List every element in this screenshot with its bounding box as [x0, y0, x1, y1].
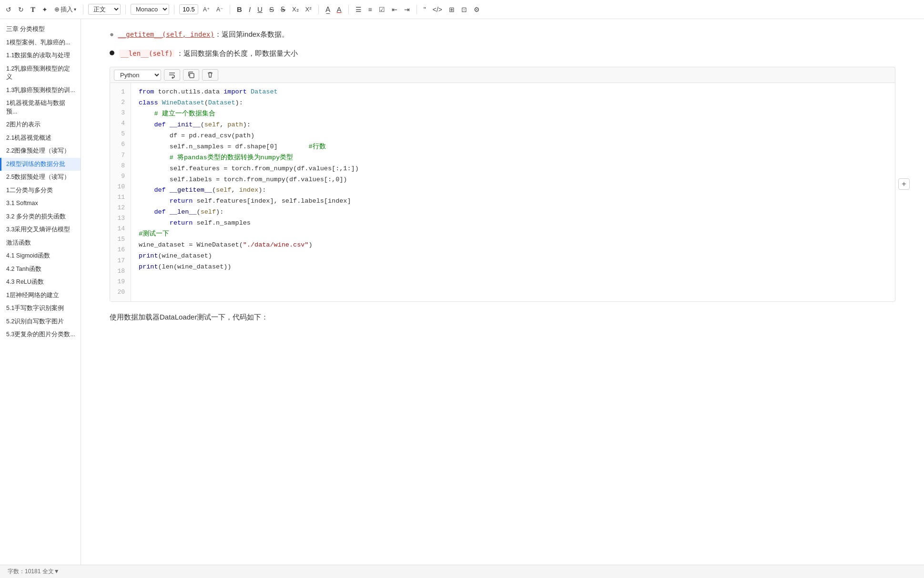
sidebar-item-10[interactable]: 2.5数据预处理（读写） [0, 171, 81, 184]
divider4 [230, 5, 230, 14]
strikethrough2-button[interactable]: S̶ [279, 4, 287, 15]
list-ordered-button[interactable]: ≡ [366, 5, 374, 14]
format-button[interactable]: 𝐓̈ [29, 4, 37, 15]
code-line-3: # 建立一个数据集合 [139, 109, 887, 120]
language-select[interactable]: Python JavaScript C++ [114, 70, 161, 81]
code-line-17: #测试一下 [139, 229, 887, 240]
font-dec-button[interactable]: A⁻ [214, 5, 225, 14]
main-layout: 三章 分类模型 1模型案例、乳腺癌的... 1.1数据集的读取与处理 1.2乳腺… [0, 19, 924, 565]
underline-button[interactable]: U [255, 4, 264, 14]
font-size-input[interactable] [179, 4, 198, 14]
italic-button[interactable]: I [247, 4, 253, 14]
divider3 [174, 5, 174, 14]
status-bar: 字数：10181 全文▼ [0, 565, 924, 578]
divider5 [318, 5, 319, 14]
bullet-len: __len__(self) ：返回数据集合的长度，即数据量大小 [110, 48, 895, 59]
code-line-7: # 将pandas类型的数据转换为numpy类型 [139, 153, 887, 164]
sidebar-item-11[interactable]: 1二分类与多分类 [0, 184, 81, 197]
code-content[interactable]: from torch.utils.data import Dataset cla… [131, 83, 895, 301]
sidebar-item-4[interactable]: 1.3乳腺癌预测模型的训... [0, 84, 81, 97]
quote-button[interactable]: " [422, 5, 428, 14]
code-editor[interactable]: 1234567891011121314151617181920 from tor… [110, 83, 895, 302]
superscript-button[interactable]: X² [304, 5, 314, 14]
outdent-button[interactable]: ⇤ [390, 5, 399, 14]
divider1 [83, 5, 83, 14]
divider2 [125, 5, 126, 14]
code-line-11: def __getitem__(self, index): [139, 185, 887, 196]
fontcolor-button[interactable]: A [335, 4, 344, 14]
font-name-select[interactable]: MonacoArial [131, 4, 169, 15]
code-line-5: df = pd.read_csv(path) [139, 131, 887, 142]
sidebar-item-9[interactable]: 2模型训练的数据分批 [0, 158, 81, 171]
code-button[interactable]: </> [431, 5, 444, 14]
sidebar-item-19[interactable]: 1层神经网络的建立 [0, 289, 81, 302]
star-button[interactable]: ✦ [40, 5, 50, 14]
sidebar-item-21[interactable]: 5.2识别自写数字图片 [0, 315, 81, 329]
sidebar-item-3[interactable]: 1.2乳腺癌预测模型的定义 [0, 62, 81, 84]
code-line-15: return self.n_samples [139, 218, 887, 229]
sidebar-item-14[interactable]: 3.3采用交叉熵评估模型 [0, 223, 81, 237]
sidebar-item-16[interactable]: 4.1 Sigmoid函数 [0, 249, 81, 263]
sidebar: 三章 分类模型 1模型案例、乳腺癌的... 1.1数据集的读取与处理 1.2乳腺… [0, 19, 81, 565]
checklist-button[interactable]: ☑ [377, 5, 387, 14]
redo-button[interactable]: ↻ [16, 5, 26, 14]
sidebar-item-7[interactable]: 2.1机器视觉概述 [0, 132, 81, 145]
strikethrough-button[interactable]: S [267, 4, 276, 14]
sidebar-item-17[interactable]: 4.2 Tanh函数 [0, 263, 81, 276]
sidebar-item-8[interactable]: 2.2图像预处理（读写） [0, 144, 81, 158]
text-style-select[interactable]: 正文标题1标题2 [88, 4, 121, 15]
more-button[interactable]: ⊡ [459, 5, 469, 14]
highlight-button[interactable]: A̲ [324, 4, 332, 15]
sidebar-item-20[interactable]: 5.1手写数字识别案例 [0, 302, 81, 315]
sidebar-item-5[interactable]: 1机器视觉基础与数据预... [0, 97, 81, 118]
code-lines: 1234567891011121314151617181920 from tor… [110, 83, 895, 301]
delete-button[interactable] [202, 69, 218, 81]
list-unordered-button[interactable]: ☰ [354, 5, 364, 14]
code-line-20: print(len(wine_dataset)) [139, 262, 887, 273]
code-line-14: def __len__(self): [139, 207, 887, 218]
add-cell-button[interactable]: + [898, 178, 910, 190]
bottom-text: 使用数据加载器DataLoader测试一下，代码如下： [110, 311, 895, 323]
partial-getitem-line: ● __getitem__(self, index)：返回第index条数据。 [110, 29, 895, 40]
sidebar-item-2[interactable]: 1.1数据集的读取与处理 [0, 49, 81, 62]
code-line-2: class WineDataset(Dataset): [139, 98, 887, 109]
code-line-1: from torch.utils.data import Dataset [139, 87, 887, 98]
line-numbers: 1234567891011121314151617181920 [110, 83, 131, 301]
divider6 [348, 5, 349, 14]
font-inc-button[interactable]: A⁺ [201, 5, 212, 14]
insert2-button[interactable]: ⊞ [447, 5, 457, 14]
divider7 [416, 5, 417, 14]
sidebar-item-6[interactable]: 2图片的表示 [0, 118, 81, 132]
indent-button[interactable]: ⇥ [402, 5, 412, 14]
subscript-button[interactable]: X₂ [290, 5, 301, 14]
code-line-6: self.n_samples = df.shape[0] #行数 [139, 142, 887, 153]
sidebar-item-22[interactable]: 5.3更复杂的图片分类数... [0, 328, 81, 341]
code-line-12: return self.features[index], self.labels… [139, 196, 887, 207]
insert-label: 插入 [61, 5, 73, 14]
wrap-button[interactable] [164, 69, 180, 81]
len-code: __len__(self) [119, 50, 174, 57]
main-toolbar: ↺ ↻ 𝐓̈ ✦ ⊕ 插入 ▾ 正文标题1标题2 MonacoArial A⁺ … [0, 0, 924, 19]
content-area: ● __getitem__(self, index)：返回第index条数据。 … [81, 19, 924, 565]
insert-button[interactable]: ⊕ 插入 ▾ [52, 4, 78, 15]
code-block-container: Python JavaScript C++ [110, 67, 895, 302]
sidebar-item-15[interactable]: 激活函数 [0, 237, 81, 250]
sidebar-item-13[interactable]: 3.2 多分类的损失函数 [0, 210, 81, 224]
code-line-18: wine_dataset = WineDataset("./data/wine.… [139, 240, 887, 251]
code-toolbar: Python JavaScript C++ [110, 67, 895, 83]
bold-button[interactable]: B [235, 4, 244, 14]
sidebar-item-12[interactable]: 3.1 Softmax [0, 197, 81, 210]
word-count[interactable]: 字数：10181 全文▼ [8, 568, 60, 576]
copy-button[interactable] [183, 69, 199, 81]
sidebar-item-18[interactable]: 4.3 ReLU函数 [0, 276, 81, 289]
bullet-text-1: __len__(self) ：返回数据集合的长度，即数据量大小 [119, 48, 895, 59]
undo-button[interactable]: ↺ [4, 5, 13, 14]
settings-button[interactable]: ⚙ [472, 5, 482, 14]
insert-chevron: ▾ [74, 7, 76, 12]
code-line-19: print(wine_dataset) [139, 251, 887, 262]
svg-rect-0 [190, 73, 194, 78]
sidebar-item-1[interactable]: 1模型案例、乳腺癌的... [0, 36, 81, 50]
bullet-dot-1 [110, 51, 114, 55]
sidebar-item-0[interactable]: 三章 分类模型 [0, 23, 81, 36]
code-line-9: self.labels = torch.from_numpy(df.values… [139, 175, 887, 186]
